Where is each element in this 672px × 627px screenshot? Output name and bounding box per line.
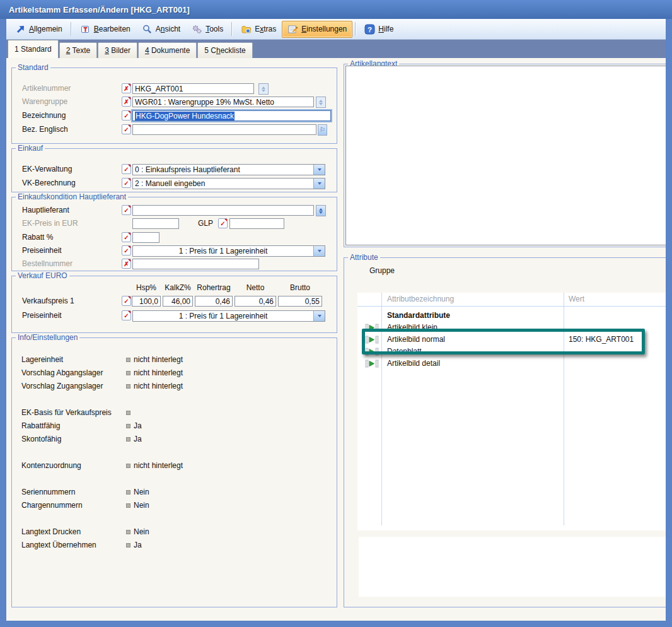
ek-verwaltung-select[interactable]: 0 : Einkaufspreis Hauptlieferant	[132, 164, 325, 175]
brutto-input[interactable]: 0,55	[278, 296, 322, 307]
menu-separator	[231, 22, 233, 36]
vk-preiseinheit-label: Preiseinheit	[22, 310, 62, 321]
dropdown-arrow-icon[interactable]	[313, 179, 325, 189]
tab-3-bilder[interactable]: 3 Bilder	[98, 42, 137, 58]
glp-input[interactable]	[229, 218, 284, 229]
check-icon[interactable]: ✓	[122, 245, 131, 255]
bullet-icon	[126, 530, 130, 534]
warengruppe-input[interactable]: WGR01 : Warengruppe 19% MwSt. Netto	[132, 97, 314, 107]
settings-form-icon	[287, 24, 298, 35]
content-area: Standard Artikelnummer ✗ HKG_ART001 Ware…	[6, 58, 666, 621]
check-icon[interactable]: ✓	[122, 205, 131, 215]
rohertrag-input[interactable]: 0,46	[195, 296, 233, 307]
tab-5-checkliste[interactable]: 5 Checkliste	[197, 42, 252, 58]
check-icon[interactable]: ✓	[122, 110, 131, 120]
flag-icon[interactable]: ⚐	[318, 124, 327, 136]
info-row-skontof-hig: SkontofähigJa	[12, 434, 337, 447]
ek-preis-input[interactable]	[132, 218, 179, 229]
attribute-detail-panel	[359, 537, 666, 597]
hauptlieferant-spinner[interactable]	[316, 205, 326, 216]
check-icon[interactable]: ✓	[122, 310, 131, 320]
rabatt-input[interactable]	[132, 232, 159, 243]
bullet-icon	[126, 503, 130, 508]
menu-item-ansicht[interactable]: Ansicht	[136, 21, 186, 38]
info-label: Lagereinheit	[21, 355, 63, 365]
info-value: Ja	[134, 540, 142, 550]
arrow-up-right-icon	[15, 24, 26, 35]
group-attribute: Attribute Gruppe Attributbezeichnung Wer…	[344, 257, 666, 607]
group-info: Info/Einstellungen Lagereinheitnicht hin…	[11, 337, 337, 607]
dropdown-arrow-icon[interactable]	[313, 246, 325, 256]
check-icon[interactable]: ✓	[122, 232, 131, 242]
menu-item-label: Tools	[206, 25, 223, 33]
kalkz-input[interactable]: 46,00	[163, 296, 193, 307]
group-standard: Standard Artikelnummer ✗ HKG_ART001 Ware…	[11, 67, 337, 144]
attribute-row-standardattribute: Standardattribute	[357, 310, 666, 322]
bezeichnung-input[interactable]: HKG-DogPower Hundesnack	[132, 110, 331, 121]
hauptlieferant-input[interactable]	[132, 205, 314, 216]
attribute-name: Standardattribute	[387, 310, 450, 321]
bezeichnung-label: Bezeichnung	[22, 110, 66, 121]
info-label: Seriennummern	[21, 487, 75, 497]
check-icon[interactable]: ✓	[122, 124, 131, 134]
col-kalkz: KalkZ%	[165, 283, 190, 292]
menu-item-extras[interactable]: Extras	[235, 21, 282, 38]
preiseinheit-label: Preiseinheit	[22, 245, 62, 256]
gruppe-label: Gruppe	[369, 266, 395, 276]
tab-4-dokumente[interactable]: 4 Dokumente	[138, 42, 197, 58]
info-value: nicht hinterlegt	[134, 368, 183, 378]
x-icon[interactable]: ✗	[122, 259, 131, 269]
preiseinheit-select[interactable]: 1 : Preis für 1 Lagereinheit	[132, 245, 325, 257]
attribute-name: Artikelbild detail	[387, 358, 440, 369]
attribute-name: Artikelbild klein	[387, 322, 437, 333]
artikelnummer-spinner[interactable]	[258, 83, 269, 95]
gears-icon	[192, 24, 202, 35]
netto-input[interactable]: 0,46	[235, 296, 276, 307]
vk-preiseinheit-select[interactable]: 1 : Preis für 1 Lagereinheit	[132, 310, 325, 322]
attribute-row-datenblatt[interactable]: Datenblatt	[357, 346, 666, 358]
check-icon[interactable]: ✓	[122, 296, 131, 306]
hauptlieferant-label: Hauptlieferant	[22, 205, 69, 216]
artikelnummer-input[interactable]: HKG_ART001	[132, 83, 254, 94]
dropdown-arrow-icon[interactable]	[313, 165, 325, 175]
menu-item-label: Hilfe	[378, 25, 393, 33]
bez-englisch-label: Bez. Englisch	[22, 124, 68, 135]
menu-item-einstellungen[interactable]: Einstellungen	[282, 21, 352, 38]
tab-2-texte[interactable]: 2 Texte	[59, 42, 98, 58]
ek-verwaltung-label: EK-Verwaltung	[22, 164, 72, 175]
dropdown-arrow-icon[interactable]	[313, 311, 325, 321]
hsp-input[interactable]: 100,0	[132, 296, 161, 307]
attribute-row-artikelbild-detail[interactable]: Artikelbild detail	[357, 358, 666, 370]
check-icon[interactable]: ✓	[218, 218, 228, 228]
check-icon[interactable]: ✓	[122, 178, 131, 188]
group-verkauf-title: Verkauf EURO	[16, 271, 69, 280]
x-icon[interactable]: ✗	[122, 97, 131, 107]
attribute-link-icon	[365, 336, 379, 346]
window-title: Artikelstamm Erfassen/Ändern [HKG_ART001…	[0, 5, 190, 15]
vk-berechnung-select[interactable]: 2 : Manuell eingeben	[132, 178, 325, 189]
attribute-row-artikelbild-klein[interactable]: Artikelbild klein	[357, 322, 666, 334]
bullet-icon	[126, 371, 130, 375]
group-einkaufskondition-title: Einkaufskondition Hauptlieferant	[16, 192, 128, 201]
warengruppe-spinner[interactable]	[316, 97, 326, 108]
menu-item-allgemein[interactable]: Allgemein	[9, 21, 68, 38]
bez-englisch-input[interactable]	[132, 124, 316, 135]
check-icon[interactable]: ✓	[122, 164, 131, 174]
info-value: Nein	[134, 527, 149, 537]
attribute-row-artikelbild-normal[interactable]: Artikelbild normal150: HKG_ART001	[357, 334, 666, 346]
menu-item-tools[interactable]: Tools	[186, 21, 229, 38]
info-label: Chargennummern	[21, 500, 83, 510]
tab-1-standard[interactable]: 1 Standard	[8, 40, 59, 58]
info-row-chargennummern: ChargennummernNein	[12, 500, 337, 513]
bestellnummer-input[interactable]	[132, 259, 259, 269]
x-icon[interactable]: ✗	[122, 83, 131, 93]
langtext-textarea[interactable]	[345, 66, 666, 245]
bullet-icon	[126, 437, 130, 442]
menu-item-bearbeiten[interactable]: Bearbeiten	[74, 21, 136, 38]
info-row-vorschlag-abgangslager: Vorschlag Abgangslagernicht hinterlegt	[12, 368, 337, 381]
attr-col-wert: Wert	[569, 295, 584, 303]
info-value: Ja	[134, 434, 142, 444]
tab-strip: 1 Standard2 Texte3 Bilder4 Dokumente5 Ch…	[6, 40, 666, 58]
menu-item-hilfe[interactable]: ?Hilfe	[359, 21, 399, 38]
attr-col-name: Attributbezeichnung	[387, 295, 454, 303]
